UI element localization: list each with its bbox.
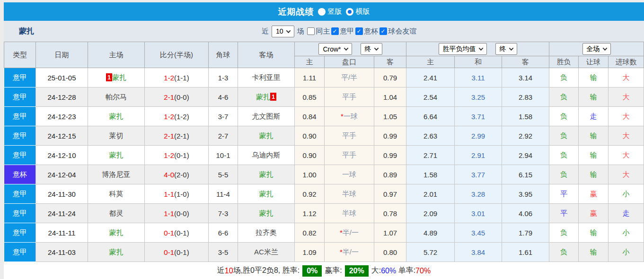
half-time-score: (0-0) — [174, 93, 189, 101]
score-cell: 0-1(0-1) — [145, 223, 209, 243]
corners-cell: 6-6 — [209, 223, 238, 243]
checkbox-label[interactable]: 意甲 — [340, 27, 354, 36]
chevron-down-icon — [344, 46, 348, 51]
odds-away-cell: 0.89 — [374, 165, 406, 184]
date-cell: 24-12-28 — [36, 87, 88, 107]
home-team-name: 蒙扎 — [112, 73, 126, 81]
page-title: 近期战绩 — [278, 6, 314, 17]
radio-button-icon[interactable] — [346, 8, 353, 16]
scope-select[interactable]: 全场 — [582, 43, 611, 55]
bookmaker-select[interactable]: Crow* — [318, 43, 352, 55]
filter-checkbox[interactable]: 同主 — [307, 27, 330, 36]
corners-cell: 7-3 — [209, 204, 238, 223]
match-count-select[interactable]: 10 — [272, 26, 294, 37]
avg-draw-cell: 3.84 — [455, 243, 502, 262]
away-team-name: 蒙扎 — [259, 209, 273, 217]
away-team-name: 卡利亚里 — [252, 73, 281, 81]
radio-horizontal-label[interactable]: 横版 — [356, 7, 370, 16]
odds-home-cell: 1.00 — [295, 165, 325, 184]
odds-home-cell: 0.85 — [295, 87, 325, 107]
home-team-cell: 蒙扎 — [88, 146, 145, 165]
full-time-score: 1-2 — [164, 74, 174, 82]
result-cell: 负 — [549, 223, 579, 243]
checkbox-label[interactable]: 球会友谊 — [388, 27, 417, 36]
goals-cell: 小 — [609, 184, 644, 204]
handicap-result-cell: 输 — [579, 126, 609, 146]
average-value: 胜平负均值 — [443, 45, 476, 53]
odds-home-cell: 1.09 — [295, 243, 325, 262]
radio-horizontal-layout[interactable]: 横版 — [346, 7, 370, 16]
checkbox-label[interactable]: 意杯 — [364, 27, 379, 36]
table-row: 意甲 24-12-10 蒙扎 1-2(0-1) 10-1 乌迪内斯 0.90 平… — [4, 146, 644, 165]
avg-away-cell: 1.79 — [502, 223, 549, 243]
league-cell: 意甲 — [4, 87, 36, 107]
avg-home-cell: 2.01 — [406, 184, 455, 204]
handicap-odds-group-header: Crow* 终 — [295, 42, 406, 56]
checkbox-icon[interactable] — [331, 27, 339, 35]
checkbox-icon[interactable] — [307, 27, 315, 35]
score-cell: 1-1(0-0) — [145, 204, 209, 223]
league-cell: 意甲 — [4, 126, 36, 146]
date-cell: 24-12-10 — [36, 146, 88, 165]
average-time-value: 终 — [500, 45, 506, 53]
score-cell: 1-2(1-2) — [145, 107, 209, 126]
result-cell: 平 — [549, 204, 579, 223]
radio-vertical-label[interactable]: 竖版 — [328, 7, 342, 16]
odds-home-cell: 0.90 — [295, 126, 325, 146]
checkbox-label[interactable]: 同主 — [316, 27, 330, 36]
result-cell: 平 — [549, 184, 579, 204]
sub-header-odds-home: 主 — [295, 56, 325, 68]
odds-away-cell: 0.97 — [374, 184, 406, 204]
full-time-score: 1-1 — [164, 190, 174, 198]
full-time-score: 1-2 — [164, 151, 174, 159]
handicap-result-cell: 输 — [579, 87, 609, 107]
radio-button-icon[interactable] — [318, 8, 326, 16]
home-team-name: 莱切 — [109, 131, 124, 140]
summary-text: 70% — [415, 267, 431, 275]
away-team-cell: 蒙扎 — [238, 165, 295, 184]
rate-badge: 20% — [345, 265, 369, 277]
league-cell: 意杯 — [4, 165, 36, 184]
odds-away-cell: 1.05 — [374, 107, 406, 126]
home-team-name: 蒙扎 — [109, 248, 124, 256]
handicap-value: 平手 — [342, 131, 356, 140]
avg-away-cell: 3.14 — [502, 68, 549, 87]
checkbox-icon[interactable] — [355, 27, 363, 35]
goals-cell: 大 — [609, 165, 644, 184]
full-time-score: 2-1 — [164, 132, 174, 140]
date-cell: 24-12-23 — [36, 107, 88, 126]
league-cell: 意甲 — [4, 204, 36, 223]
corners-cell: 2-7 — [209, 126, 238, 146]
col-header-home: 主场 — [88, 42, 145, 68]
checkbox-icon[interactable] — [379, 27, 387, 35]
date-cell: 25-01-05 — [36, 68, 88, 87]
date-cell: 24-11-30 — [36, 184, 88, 204]
away-team-cell: AC米兰 — [238, 243, 295, 262]
away-team-name: 乌迪内斯 — [252, 151, 281, 159]
filter-checkbox[interactable]: 意甲 — [331, 27, 354, 36]
average-final-select[interactable]: 终 — [495, 43, 517, 55]
handicap-cell: 半球 — [325, 184, 374, 204]
avg-draw-cell: 3.11 — [455, 68, 502, 87]
avg-draw-cell: 2.99 — [455, 126, 502, 146]
score-cell: 1-2(1-1) — [145, 68, 209, 87]
goals-cell: 大 — [609, 68, 644, 87]
filter-checkbox[interactable]: 球会友谊 — [379, 27, 417, 36]
bookmaker-final-select[interactable]: 终 — [361, 43, 382, 55]
avg-home-cell: 2.41 — [406, 68, 455, 87]
score-cell: 1-2(0-1) — [145, 146, 209, 165]
average-select[interactable]: 胜平负均值 — [439, 43, 487, 55]
odds-away-cell: 1.07 — [374, 223, 406, 243]
summary-text: 单率: — [396, 266, 415, 276]
away-team-cell: 蒙扎1 — [238, 87, 295, 107]
league-filters: 同主意甲意杯球会友谊 — [307, 27, 417, 36]
home-team-cell: 博洛尼亚 — [88, 165, 145, 184]
home-team-name: 科莫 — [109, 190, 124, 198]
odds-away-cell: 0.78 — [374, 204, 406, 223]
goals-cell: 走 — [609, 204, 644, 223]
away-team-cell: 乌迪内斯 — [238, 146, 295, 165]
odds-home-cell: 0.92 — [295, 184, 325, 204]
sub-header-wdl: 胜负 — [549, 56, 579, 68]
filter-checkbox[interactable]: 意杯 — [355, 27, 379, 36]
radio-vertical-layout[interactable]: 竖版 — [318, 7, 342, 16]
